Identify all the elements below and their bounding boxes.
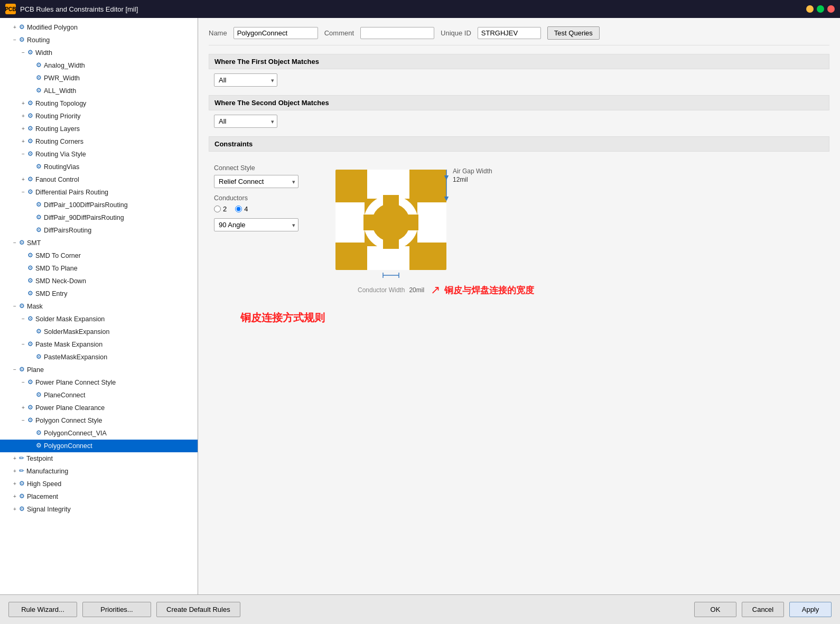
tree-item-pwr-width[interactable]: ⚙ PWR_Width [0,72,198,85]
tree-item-diffpairs-routing[interactable]: ⚙ DiffPairsRouting [0,224,198,237]
maximize-button[interactable] [817,5,824,13]
annotation-text-2: 铜皮连接方式规则 [240,311,325,325]
second-match-select[interactable]: All Net Net Class Layer [214,115,277,128]
tree-icon-testpoint: ✏ [19,453,24,463]
tree-item-polygon-connect-via[interactable]: ⚙ PolygonConnect_VIA [0,427,198,440]
tree-item-routing-topology[interactable]: + ⚙ Routing Topology [0,97,198,110]
tree-item-smd-to-corner[interactable]: ⚙ SMD To Corner [0,249,198,262]
tree-icon-smd-neck-down: ⚙ [27,276,33,286]
minimize-button[interactable] [806,5,814,13]
constraints-section: Constraints Connect Style Relief Connect… [209,136,829,325]
tree-item-all-width[interactable]: ⚙ ALL_Width [0,85,198,97]
tree-icon-plane: ⚙ [19,365,25,375]
svg-rect-10 [363,215,391,230]
tree-icon-solder-mask-exp: ⚙ [27,314,33,324]
tree-expander-routing-corners: + [19,137,27,146]
tree-item-power-plane-connect[interactable]: − ⚙ Power Plane Connect Style [0,376,198,389]
tree-item-fanout-control[interactable]: + ⚙ Fanout Control [0,173,198,186]
tree-label-routing-via-style: Routing Via Style [35,149,86,160]
radio-2-label: 2 [223,205,227,213]
tree-icon-routing-corners: ⚙ [27,136,33,146]
tree-icon-routing-priority: ⚙ [27,111,33,121]
tree-icon-paste-mask-exp-item: ⚙ [36,352,42,362]
window-controls [806,5,835,13]
tree-expander-diffpair-90 [27,213,36,222]
angle-select[interactable]: 90 Angle 45 Angle Any Angle [214,218,298,231]
first-match-row: All Net Net Class Layer [209,73,829,87]
tree-item-paste-mask-exp-item[interactable]: ⚙ PasteMaskExpansion [0,351,198,364]
tree-icon-diffpair-90: ⚙ [36,212,42,222]
connect-style-wrapper: Relief Connect Direct Connect No Connect [214,175,298,188]
tree-item-plane-connect[interactable]: ⚙ PlaneConnect [0,389,198,402]
tree-label-manufacturing: Manufacturing [26,466,68,477]
tree-item-power-plane-clear[interactable]: + ⚙ Power Plane Clearance [0,402,198,414]
tree-expander-smd-entry [19,290,27,298]
tree-item-high-speed[interactable]: + ⚙ High Speed [0,478,198,490]
tree-item-placement[interactable]: + ⚙ Placement [0,490,198,503]
tree-item-mask[interactable]: − ⚙ Mask [0,300,198,313]
tree-item-routing-via-style[interactable]: − ⚙ Routing Via Style [0,148,198,161]
cancel-button[interactable]: Cancel [742,602,784,617]
main-container: + ⚙ Modified Polygon − ⚙ Routing − ⚙ Wid… [0,18,840,594]
tree-label-routing-layers: Routing Layers [35,124,80,134]
first-match-select[interactable]: All Net Net Class Layer [214,73,277,87]
tree-icon-routing: ⚙ [19,35,25,45]
rule-editor-panel: Name Comment Unique ID Test Queries Wher… [198,18,840,594]
tree-item-routing-layers[interactable]: + ⚙ Routing Layers [0,123,198,135]
tree-item-solder-mask-exp-item[interactable]: ⚙ SolderMaskExpansion [0,325,198,338]
tree-icon-placement: ⚙ [19,491,25,501]
tree-item-modified-polygon[interactable]: + ⚙ Modified Polygon [0,21,198,34]
apply-button[interactable]: Apply [789,602,832,617]
first-match-header: Where The First Object Matches [209,54,829,69]
tree-item-paste-mask-exp[interactable]: − ⚙ Paste Mask Expansion [0,338,198,351]
test-queries-button[interactable]: Test Queries [547,26,600,40]
tree-label-routing: Routing [27,35,50,45]
tree-item-diff-pairs[interactable]: − ⚙ Differential Pairs Routing [0,186,198,199]
rule-wizard-button[interactable]: Rule Wizard... [8,602,77,617]
tree-icon-pwr-width: ⚙ [36,73,42,83]
tree-item-diffpair-90[interactable]: ⚙ DiffPair_90DiffPairsRouting [0,211,198,224]
annotation-arrow-icon: ↗ [431,283,440,297]
tree-item-plane[interactable]: − ⚙ Plane [0,364,198,376]
tree-item-polygon-connect-style[interactable]: − ⚙ Polygon Connect Style [0,414,198,427]
radio-4-input[interactable] [235,206,242,212]
second-match-row: All Net Net Class Layer [209,115,829,128]
radio-2-input[interactable] [214,206,221,212]
tree-item-routing-priority[interactable]: + ⚙ Routing Priority [0,110,198,123]
comment-input[interactable] [360,27,434,39]
annotation-text-1: 铜皮与焊盘连接的宽度 [444,284,534,296]
radio-2-option[interactable]: 2 [214,205,227,213]
tree-label-diffpair-90: DiffPair_90DiffPairsRouting [44,212,124,223]
tree-item-routing-vias[interactable]: ⚙ RoutingVias [0,161,198,173]
name-input[interactable] [234,27,318,39]
tree-item-analog-width[interactable]: ⚙ Analog_Width [0,59,198,72]
diagram-area: Air Gap Width 12mil Conductor Width 20mi… [330,164,824,297]
tree-icon-fanout-control: ⚙ [27,174,33,184]
radio-4-option[interactable]: 4 [235,205,248,213]
tree-item-solder-mask-exp[interactable]: − ⚙ Solder Mask Expansion [0,313,198,325]
tree-item-testpoint[interactable]: + ✏ Testpoint [0,452,198,465]
tree-label-placement: Placement [27,491,58,502]
close-button[interactable] [827,5,835,13]
tree-item-routing[interactable]: − ⚙ Routing [0,34,198,46]
tree-icon-routing-layers: ⚙ [27,124,33,134]
tree-item-routing-corners[interactable]: + ⚙ Routing Corners [0,135,198,148]
tree-item-smd-to-plane[interactable]: ⚙ SMD To Plane [0,262,198,275]
unique-id-input[interactable] [478,27,541,39]
tree-item-width[interactable]: − ⚙ Width [0,46,198,59]
priorities-button[interactable]: Priorities... [82,602,151,617]
tree-label-smt: SMT [27,238,41,248]
tree-item-diffpair-100[interactable]: ⚙ DiffPair_100DiffPairsRouting [0,199,198,211]
tree-item-polygon-connect[interactable]: ⚙ PolygonConnect [0,440,198,452]
ok-button[interactable]: OK [694,602,736,617]
tree-item-manufacturing[interactable]: + ✏ Manufacturing [0,465,198,478]
tree-expander-routing-vias [27,163,36,171]
tree-item-smd-neck-down[interactable]: ⚙ SMD Neck-Down [0,275,198,287]
tree-expander-routing-layers: + [19,125,27,133]
tree-item-signal-integrity[interactable]: + ⚙ Signal Integrity [0,503,198,516]
create-default-rules-button[interactable]: Create Default Rules [156,602,240,617]
tree-item-smt[interactable]: − ⚙ SMT [0,237,198,249]
bottom-bar: Rule Wizard... Priorities... Create Defa… [0,594,840,624]
connect-style-select[interactable]: Relief Connect Direct Connect No Connect [214,175,298,188]
tree-item-smd-entry[interactable]: ⚙ SMD Entry [0,287,198,300]
